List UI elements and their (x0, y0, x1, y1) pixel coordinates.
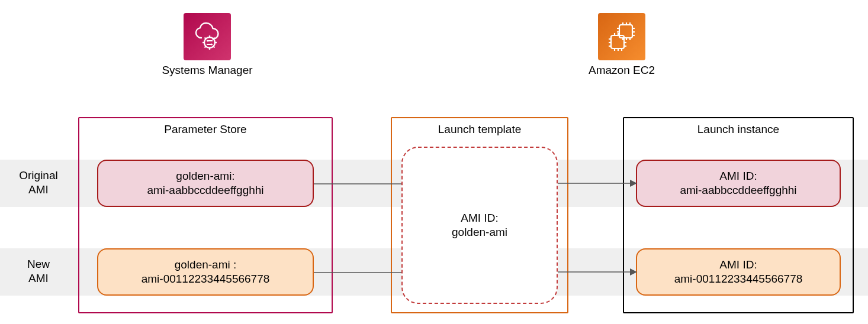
svg-marker-42 (630, 268, 637, 276)
svg-line-7 (213, 38, 214, 39)
svg-marker-40 (630, 180, 637, 187)
arrow-template-to-instance-original (558, 179, 637, 188)
param-new-pill: golden-ami : ami-00112233445566778 (97, 248, 314, 296)
arrow-template-to-instance-new (558, 267, 637, 277)
systems-manager-icon (184, 13, 231, 60)
instance-original-line2: ami-aabbccddeeffgghhi (680, 183, 796, 197)
launch-template-ref-line1: AMI ID: (461, 211, 498, 225)
systems-manager-block: Systems Manager (160, 13, 255, 77)
launch-template-ref-line2: golden-ami (452, 225, 507, 239)
launch-template-ref-pill: AMI ID: golden-ami (401, 147, 558, 304)
arrow-param-new-to-template (314, 268, 403, 277)
param-original-line1: golden-ami: (176, 169, 234, 183)
cloud-gear-icon (191, 20, 224, 53)
launch-template-title: Launch template (392, 123, 567, 136)
svg-point-12 (210, 43, 212, 45)
row-label-new: New AMI (6, 257, 71, 286)
row-label-original: Original AMI (6, 169, 71, 197)
param-new-line1: golden-ami : (175, 258, 237, 272)
instance-new-line2: ami-00112233445566778 (674, 272, 803, 286)
svg-line-6 (213, 46, 214, 47)
row-label-original-2: AMI (28, 183, 49, 196)
ec2-block: Amazon EC2 (580, 13, 663, 77)
row-label-new-1: New (27, 258, 50, 270)
param-new-line2: ami-00112233445566778 (142, 272, 270, 286)
row-label-new-2: AMI (28, 272, 49, 284)
arrow-param-original-to-template (314, 180, 403, 188)
param-original-pill: golden-ami: ami-aabbccddeeffgghhi (97, 160, 314, 207)
systems-manager-label: Systems Manager (160, 64, 255, 77)
row-label-original-1: Original (19, 169, 57, 182)
parameter-store-title: Parameter Store (79, 123, 332, 136)
chip-pair-icon (605, 20, 638, 53)
svg-point-11 (207, 40, 208, 41)
svg-point-0 (204, 37, 215, 48)
svg-line-5 (205, 38, 206, 39)
instance-original-line1: AMI ID: (719, 169, 757, 183)
instance-new-pill: AMI ID: ami-00112233445566778 (636, 248, 841, 296)
param-original-line2: ami-aabbccddeeffgghhi (147, 183, 263, 197)
instance-new-line1: AMI ID: (719, 258, 757, 272)
launch-instance-title: Launch instance (624, 123, 853, 136)
ec2-label: Amazon EC2 (580, 64, 663, 77)
ec2-icon (598, 13, 645, 60)
instance-original-pill: AMI ID: ami-aabbccddeeffgghhi (636, 160, 841, 207)
svg-line-8 (205, 46, 206, 47)
